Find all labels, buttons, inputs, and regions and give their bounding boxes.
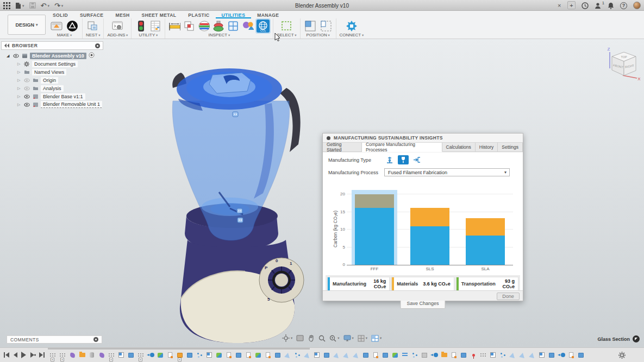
timeline-feature-43-pin[interactable] [468,351,478,359]
browser-item-2[interactable]: ▷Named Views [1,68,103,76]
nest-icon[interactable] [86,20,99,33]
activate-component-radio[interactable] [89,52,95,59]
collaboration-icon[interactable]: 1 [595,2,602,9]
timeline-feature-33-doc[interactable] [371,351,380,359]
timeline-feature-37-pr[interactable] [410,351,420,359]
timeline-feature-10-rv[interactable] [146,351,155,359]
step-back-icon[interactable] [12,352,17,358]
visibility-eye-icon[interactable] [23,94,30,99]
timeline-feature-29-w[interactable] [332,351,341,359]
visibility-eye-icon[interactable] [23,78,30,82]
timeline-feature-28-b[interactable] [322,351,332,359]
timeline-feature-24-w[interactable] [283,351,292,359]
scripts-addins-icon[interactable] [111,20,124,33]
timeline-feature-21-g[interactable] [253,351,263,359]
machining-type-icon[interactable] [384,155,395,164]
pan-icon[interactable] [308,335,315,342]
notifications-bell-icon[interactable] [608,2,614,9]
browser-header[interactable]: BROWSER [1,41,103,50]
comments-bar[interactable]: COMMENTS [7,335,102,344]
go-to-start-icon[interactable] [3,352,9,358]
timeline-feature-35-g[interactable] [390,351,400,359]
tree-expand-icon[interactable]: ▷ [17,86,21,91]
timeline-feature-14-b[interactable] [185,351,195,359]
browser-item-6[interactable]: ▷Blender Removable Unit 1 [1,100,103,109]
user-avatar[interactable] [633,2,641,9]
view-indicator-icon[interactable] [633,335,640,342]
additive-build-icon[interactable] [66,20,79,33]
timeline-feature-34-b[interactable] [380,351,390,359]
help-icon[interactable]: ? [620,2,627,9]
active-view-indicator[interactable]: Glass Section [597,335,640,342]
parameters-table-icon[interactable] [149,20,161,33]
blender-3d-model[interactable]: P 0 1 5 [160,53,312,347]
timeline-feature-30-w[interactable] [341,351,351,359]
capture-position-icon[interactable] [304,20,317,33]
zoom-icon[interactable] [318,335,326,342]
additive-type-icon[interactable] [398,155,409,164]
viewport-canvas[interactable]: P 0 1 5 [0,39,644,347]
chart-column-sls[interactable] [402,195,458,265]
timeline-milestone[interactable] [109,358,113,361]
visibility-eye-icon[interactable] [23,86,30,91]
ribbon-tab-plastic[interactable]: PLASTIC [182,11,215,18]
timeline-feature-16-fl[interactable] [204,351,214,359]
simplify-traffic-light-icon[interactable] [135,20,147,33]
timeline-feature-46-pr[interactable] [498,351,508,359]
job-status-icon[interactable] [582,2,589,9]
timeline-feature-42-b[interactable] [459,351,468,359]
bar-sls[interactable] [410,208,449,265]
timeline-feature-20-doc[interactable] [243,351,253,359]
timeline-feature-26-w[interactable] [302,351,312,359]
look-at-icon[interactable] [296,335,304,341]
ribbon-tab-sheet-metal[interactable]: SHEET METAL [136,11,183,18]
timeline-settings-gear-icon[interactable] [618,352,626,360]
timeline-feature-15-pr[interactable] [195,351,204,359]
ribbon-tab-manage[interactable]: MANAGE [251,11,285,18]
done-button[interactable]: Done [497,293,520,300]
inspect-group-label[interactable]: INSPECT [168,33,270,37]
timeline-feature-48-w[interactable] [517,351,527,359]
go-to-end-icon[interactable] [39,352,45,358]
sustainability-insights-icon[interactable]: CO₂ [257,20,270,33]
timeline-feature-2-p[interactable] [67,351,77,359]
measure-icon[interactable] [168,20,180,33]
fit-zoom-icon[interactable]: ▾ [329,335,339,342]
ribbon-tab-mesh[interactable]: MESH [109,11,135,18]
timeline-milestone[interactable] [139,358,142,361]
dialog-grip-icon[interactable] [327,136,330,140]
select-marquee-icon[interactable] [280,20,293,33]
tree-expand-icon[interactable]: ▷ [17,62,21,66]
dialog-tab-calculations[interactable]: Calculations [442,143,476,151]
timeline-feature-17-g[interactable] [214,351,224,359]
display-settings-icon[interactable]: ▾ [343,335,354,342]
section-analysis-icon[interactable] [227,20,239,33]
timeline-feature-23-b[interactable] [273,351,283,359]
position-group-label[interactable]: POSITION [304,33,333,37]
step-forward-icon[interactable] [30,352,36,358]
timeline-feature-11-g[interactable] [155,351,165,359]
bar-fff[interactable] [355,194,394,265]
collapse-panel-icon[interactable] [4,43,9,48]
timeline-feature-27-fl[interactable] [312,351,322,359]
timeline-feature-5-p[interactable] [97,351,107,359]
timeline-milestone[interactable] [178,358,182,361]
orbit-icon[interactable]: ▾ [282,334,292,342]
3d-print-icon[interactable] [50,20,63,33]
browser-item-1[interactable]: ▷Document Settings [1,60,103,68]
tree-expand-icon[interactable]: ◢ [7,54,10,58]
timeline-feature-49-w[interactable] [527,351,537,359]
play-icon[interactable] [21,351,27,359]
timeline-feature-31-w[interactable] [351,351,361,359]
timeline-feature-50-fl[interactable] [537,351,547,359]
tree-expand-icon[interactable]: ▷ [17,70,21,74]
timeline-feature-12-doc[interactable] [165,351,175,359]
ribbon-tab-utilities[interactable]: UTILITIES [216,11,252,18]
timeline-feature-44-d[interactable] [478,351,488,359]
nest-group-label[interactable]: NEST [86,33,100,37]
timeline-feature-4-c[interactable] [87,351,97,359]
timeline-feature-18-doc[interactable] [224,351,234,359]
browser-item-3[interactable]: ▷Origin [1,76,103,84]
manufacturing-process-select[interactable]: Fused Filament Fabrication [384,168,510,176]
timeline-feature-38-gr[interactable] [420,351,429,359]
